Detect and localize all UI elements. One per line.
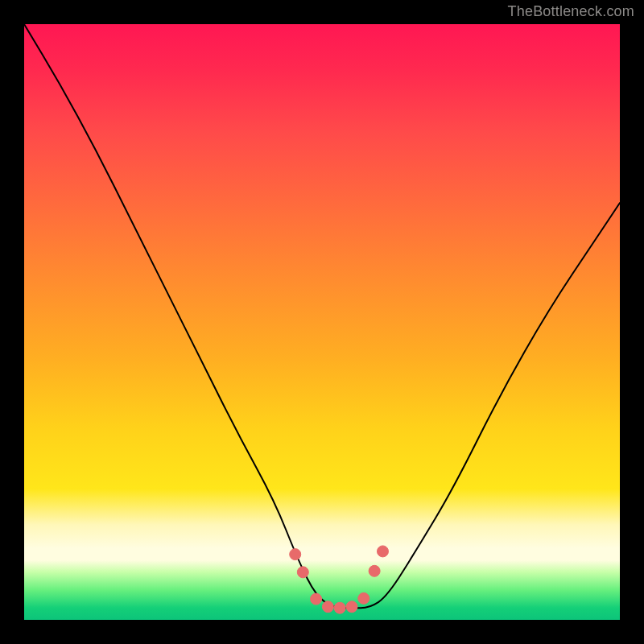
marker-point: [358, 592, 369, 604]
bottleneck-curve: [24, 24, 620, 620]
marker-point: [369, 565, 380, 576]
marker-point: [311, 593, 322, 605]
marker-point: [334, 602, 345, 613]
marker-point: [346, 601, 357, 613]
marker-point: [322, 601, 333, 613]
outer-frame: TheBottleneck.com: [0, 0, 644, 644]
plot-area: [24, 24, 620, 620]
marker-point: [290, 549, 301, 560]
watermark-text: TheBottleneck.com: [508, 3, 634, 20]
marker-point: [297, 567, 308, 578]
curve-path: [24, 24, 620, 608]
marker-group: [290, 546, 389, 613]
marker-point: [377, 546, 388, 557]
